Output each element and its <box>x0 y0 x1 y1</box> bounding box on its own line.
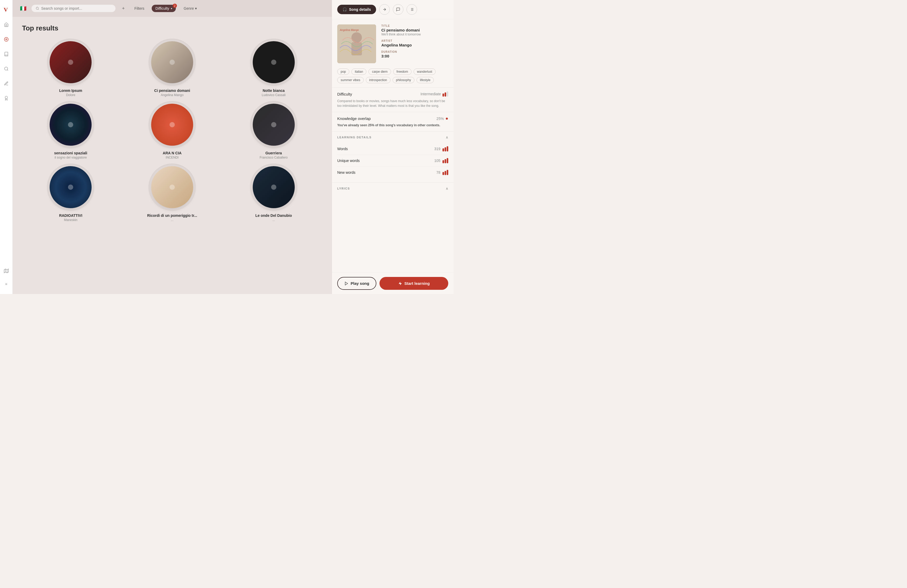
search-input[interactable] <box>41 6 111 11</box>
topbar: 🇮🇹 + Filters Difficulty ▾ 2 Genre ▾ <box>13 0 332 17</box>
song-name: Notte bianca <box>263 88 285 93</box>
song-artist-label: ... <box>171 218 173 222</box>
difficulty-label: Difficulty <box>337 92 352 96</box>
item-label: Words <box>337 147 348 151</box>
bottom-bar: Play song Start learning <box>332 272 454 294</box>
song-card-7[interactable]: Ricordi di un pomeriggio tr... ... <box>123 163 221 222</box>
settings-icon <box>410 7 414 11</box>
sidebar-item-review[interactable] <box>3 65 10 72</box>
song-card-0[interactable]: Lorem Ipsum Dolore <box>22 38 119 97</box>
difficulty-value: Intermediate <box>420 91 448 96</box>
title-label: TITLE <box>381 24 448 27</box>
disc-outer <box>149 163 196 211</box>
tag-lifestyle[interactable]: lifestyle <box>417 77 434 83</box>
content-area: Top results Lorem Ipsum Dolore Ci pensia… <box>13 17 332 294</box>
filters-button[interactable]: Filters <box>131 5 147 12</box>
lyrics-header[interactable]: LYRICS ∧ <box>332 183 454 194</box>
tag-philosophy[interactable]: philosophy <box>393 77 414 83</box>
song-disc <box>151 166 193 208</box>
main-panel: 🇮🇹 + Filters Difficulty ▾ 2 Genre ▾ Top … <box>13 0 332 294</box>
song-card-2[interactable]: Notte bianca Ludovico Cassali <box>225 38 322 97</box>
song-disc <box>253 166 295 208</box>
sidebar-item-practice[interactable] <box>3 80 10 87</box>
language-flag[interactable]: 🇮🇹 <box>19 4 27 13</box>
song-disc <box>50 104 91 146</box>
tag-italian[interactable]: italian <box>351 69 366 75</box>
headphones-icon: 🎧 <box>343 7 347 11</box>
tags-section: popitaliancarpe diemfreedomwanderlustsum… <box>332 69 454 87</box>
tag-summer-vibes[interactable]: summer vibes <box>337 77 364 83</box>
song-name: Ci pensiamo domani <box>154 88 190 93</box>
bars <box>442 170 448 175</box>
knowledge-label: Knowledge overlap <box>337 116 371 121</box>
song-artist-label: il sogno del viaggiatore <box>54 155 87 159</box>
item-value: 78 <box>436 170 448 175</box>
song-card-6[interactable]: RADIOATTIVI Maneskin <box>22 163 119 222</box>
song-artist-label: Maneskin <box>64 218 77 222</box>
song-card-5[interactable]: Guerriera Francisco Caballero <box>225 101 322 159</box>
bars <box>442 146 448 151</box>
disc-outer <box>149 38 196 86</box>
add-button[interactable]: + <box>120 5 127 12</box>
sidebar-item-library[interactable] <box>3 50 10 58</box>
disc-outer <box>47 163 94 211</box>
disc-outer <box>47 38 94 86</box>
song-card-1[interactable]: Ci pensiamo domani Angelina Mango <box>123 38 221 97</box>
item-label: Unique words <box>337 159 360 163</box>
learning-details-label: LEARNING DETAILS <box>337 136 372 139</box>
tag-freedom[interactable]: freedom <box>393 69 412 75</box>
song-card-3[interactable]: sensazioni spaziali il sogno del viaggia… <box>22 101 119 159</box>
tag-wanderlust[interactable]: wanderlust <box>413 69 436 75</box>
app-logo[interactable]: V <box>2 5 11 14</box>
song-artist-label: INCENDI <box>166 155 178 159</box>
knowledge-section: Knowledge overlap 25% ● You've already s… <box>332 112 454 131</box>
song-details-tab[interactable]: 🎧 Song details <box>337 5 376 14</box>
album-art-visual: Angelina Mango <box>337 24 376 63</box>
tag-introspection[interactable]: introspection <box>366 77 391 83</box>
settings-button[interactable] <box>407 4 417 15</box>
song-name: ARA N CIA <box>163 151 182 155</box>
review-button[interactable] <box>393 4 403 15</box>
chevron-up-icon: ∧ <box>445 135 448 139</box>
lyrics-label: LYRICS <box>337 187 350 190</box>
translate-button[interactable] <box>379 4 390 15</box>
album-art: Angelina Mango <box>337 24 376 63</box>
learning-details-header[interactable]: LEARNING DETAILS ∧ <box>332 131 454 143</box>
sidebar-item-collections[interactable] <box>3 95 10 102</box>
song-duration: 3:00 <box>381 54 448 58</box>
section-title: Top results <box>22 24 322 32</box>
song-card-4[interactable]: ARA N CIA INCENDI <box>123 101 221 159</box>
tag-pop[interactable]: pop <box>337 69 349 75</box>
song-name: Lorem Ipsum <box>59 88 82 93</box>
knowledge-indicator: ● <box>445 116 448 121</box>
learning-item-new-words: New words 78 <box>337 167 448 178</box>
svg-point-2 <box>5 39 7 40</box>
difficulty-description: Compared to books or movies, songs have … <box>337 99 448 108</box>
knowledge-pct: 25% ● <box>436 116 448 121</box>
tag-carpe-diem[interactable]: carpe diem <box>369 69 391 75</box>
translate-icon <box>382 7 386 11</box>
song-artist-label: Ludovico Cassali <box>262 93 285 97</box>
menu-icon[interactable]: ≡ <box>5 282 7 286</box>
sidebar: V ≡ <box>0 0 13 294</box>
learning-items: Words 319 Unique words 105 New words 78 <box>332 143 454 183</box>
difficulty-button[interactable]: Difficulty ▾ 2 <box>152 5 176 12</box>
play-song-button[interactable]: Play song <box>337 277 377 290</box>
svg-point-18 <box>351 32 362 43</box>
svg-point-9 <box>36 7 38 10</box>
duration-label: DURATION <box>381 50 448 53</box>
sidebar-item-home[interactable] <box>3 21 10 28</box>
search-bar[interactable] <box>32 5 115 12</box>
song-card-8[interactable]: Le onde Del Danubio ... <box>225 163 322 222</box>
svg-point-3 <box>5 67 8 70</box>
sidebar-item-map[interactable] <box>3 267 10 275</box>
genre-button[interactable]: Genre ▾ <box>180 5 200 12</box>
start-learning-button[interactable]: Start learning <box>380 277 448 290</box>
artist-label: ARTIST <box>381 39 448 42</box>
song-artist-label: Angelina Mango <box>161 93 184 97</box>
learning-item-words: Words 319 <box>337 143 448 155</box>
bars <box>442 158 448 163</box>
sidebar-item-explore[interactable] <box>3 36 10 43</box>
svg-text:V: V <box>4 6 8 13</box>
disc-outer <box>250 163 297 211</box>
